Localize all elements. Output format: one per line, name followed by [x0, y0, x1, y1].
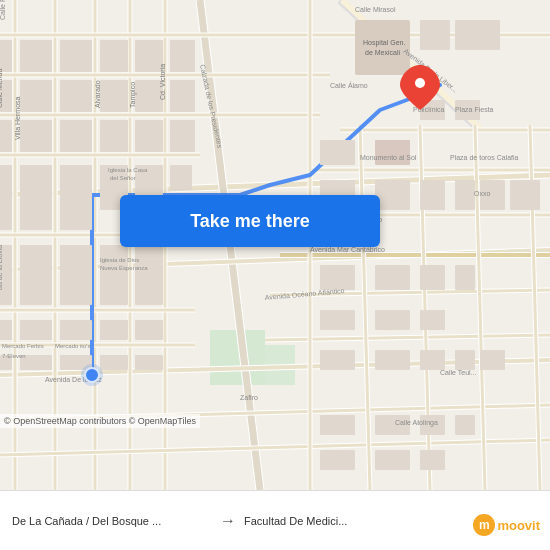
svg-rect-77	[20, 120, 52, 152]
svg-rect-132	[455, 350, 475, 370]
svg-rect-105	[355, 20, 410, 75]
svg-text:Villa Hermosa: Villa Hermosa	[14, 96, 21, 140]
svg-rect-125	[455, 265, 475, 290]
svg-text:Monumento al Sol: Monumento al Sol	[360, 154, 417, 161]
svg-rect-128	[420, 310, 445, 330]
svg-text:Nueva Esperanza: Nueva Esperanza	[100, 265, 148, 271]
osm-attribution: © OpenStreetMap contributors © OpenMapTi…	[0, 414, 200, 428]
svg-text:Avenida Mar Cantábrico: Avenida Mar Cantábrico	[310, 246, 385, 253]
svg-text:Oxxo: Oxxo	[474, 190, 490, 197]
svg-rect-126	[320, 310, 355, 330]
svg-rect-65	[20, 40, 52, 72]
svg-text:Plaza de toros Calafia: Plaza de toros Calafia	[450, 154, 519, 161]
svg-rect-64	[0, 40, 12, 72]
svg-rect-133	[480, 350, 505, 370]
svg-rect-76	[0, 120, 12, 152]
svg-point-169	[415, 78, 425, 88]
svg-rect-124	[420, 265, 445, 290]
svg-rect-84	[60, 165, 92, 230]
attribution-text: © OpenStreetMap contributors © OpenMapTi…	[4, 416, 196, 426]
svg-text:Calle Teul...: Calle Teul...	[440, 369, 477, 376]
svg-rect-97	[135, 320, 163, 340]
svg-text:Cd. Victoria: Cd. Victoria	[159, 64, 166, 100]
svg-rect-140	[420, 450, 445, 470]
svg-rect-103	[320, 140, 355, 165]
svg-rect-101	[100, 355, 128, 370]
moovit-icon: m	[473, 514, 495, 536]
svg-text:del Señor: del Señor	[110, 175, 136, 181]
svg-rect-91	[100, 245, 128, 305]
svg-rect-139	[375, 450, 410, 470]
svg-text:7-Eleven: 7-Eleven	[2, 353, 26, 359]
app: Hospital Gen. de Mexicali Policlínica Pl…	[0, 0, 550, 550]
svg-text:Calle Álamo: Calle Álamo	[330, 81, 368, 89]
map-container: Hospital Gen. de Mexicali Policlínica Pl…	[0, 0, 550, 490]
svg-rect-73	[100, 80, 128, 112]
svg-rect-82	[0, 165, 12, 230]
origin-label: De La Cañada / Del Bosque ...	[12, 515, 212, 527]
svg-rect-67	[100, 40, 128, 72]
svg-rect-94	[20, 320, 52, 340]
svg-text:de Mexicali: de Mexicali	[365, 49, 400, 56]
svg-rect-96	[100, 320, 128, 340]
svg-rect-116	[420, 180, 445, 210]
take-me-there-button[interactable]: Take me there	[120, 195, 380, 247]
svg-rect-119	[510, 180, 540, 210]
svg-text:Plaza Fiesta: Plaza Fiesta	[455, 106, 494, 113]
svg-rect-127	[375, 310, 410, 330]
svg-rect-108	[420, 20, 450, 50]
svg-text:Calle Pro...: Calle Pro...	[0, 0, 6, 20]
svg-point-168	[81, 364, 103, 386]
moovit-logo: m moovit	[473, 514, 540, 536]
svg-text:Iglesia la Casa: Iglesia la Casa	[108, 167, 148, 173]
svg-rect-80	[135, 120, 163, 152]
svg-rect-90	[60, 245, 92, 305]
svg-rect-102	[135, 355, 163, 370]
svg-rect-75	[170, 80, 195, 112]
svg-rect-66	[60, 40, 92, 72]
destination-label: Facultad De Medici...	[244, 515, 444, 527]
svg-rect-92	[135, 245, 163, 305]
svg-text:Calle Mirasol: Calle Mirasol	[355, 6, 396, 13]
svg-rect-104	[375, 140, 410, 165]
svg-text:Mercado Ferbis: Mercado Ferbis	[2, 343, 44, 349]
svg-rect-83	[20, 165, 52, 230]
svg-rect-117	[455, 180, 475, 210]
svg-rect-131	[420, 350, 445, 370]
svg-rect-72	[60, 80, 92, 112]
svg-rect-134	[320, 415, 355, 435]
svg-rect-71	[20, 80, 52, 112]
arrow-icon: →	[220, 512, 236, 530]
bottom-bar: De La Cañada / Del Bosque ... → Facultad…	[0, 490, 550, 550]
svg-rect-138	[320, 450, 355, 470]
svg-text:Hospital Gen.: Hospital Gen.	[363, 39, 405, 47]
svg-text:Iglesia de Dios: Iglesia de Dios	[100, 257, 139, 263]
svg-text:Alvarado: Alvarado	[94, 80, 101, 108]
svg-rect-81	[170, 120, 195, 152]
svg-rect-89	[20, 245, 52, 305]
svg-rect-115	[375, 180, 410, 210]
svg-rect-78	[60, 120, 92, 152]
svg-rect-79	[100, 120, 128, 152]
moovit-text: moovit	[497, 518, 540, 533]
svg-rect-95	[60, 320, 92, 340]
svg-text:Calle Mérida: Calle Mérida	[0, 69, 3, 108]
svg-rect-87	[170, 165, 192, 190]
svg-rect-93	[0, 320, 12, 340]
svg-text:da de la Lluvia: da de la Lluvia	[0, 245, 3, 290]
svg-rect-129	[320, 350, 355, 370]
svg-rect-122	[320, 265, 355, 290]
svg-rect-69	[170, 40, 195, 72]
svg-rect-109	[455, 20, 500, 50]
svg-text:Calle Atolinga: Calle Atolinga	[395, 419, 438, 427]
svg-rect-123	[375, 265, 410, 290]
svg-text:Tampico: Tampico	[129, 82, 137, 108]
svg-rect-130	[375, 350, 410, 370]
svg-text:Mercado ito's: Mercado ito's	[55, 343, 91, 349]
svg-text:Zafiro: Zafiro	[240, 394, 258, 401]
svg-rect-137	[455, 415, 475, 435]
